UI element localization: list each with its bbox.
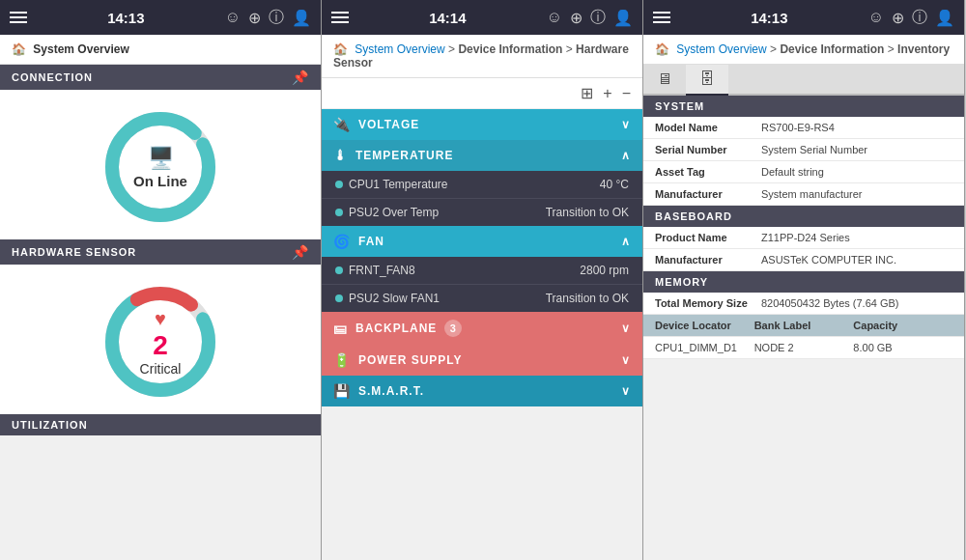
psu2-temp-name: PSU2 Over Temp [349, 206, 439, 219]
asset-tag-label: Asset Tag [655, 166, 761, 178]
breadcrumb-sep-2: > [566, 42, 576, 56]
breadcrumb-link-overview[interactable]: System Overview [355, 42, 444, 56]
memory-label: MEMORY [655, 276, 708, 288]
hamburger-icon[interactable] [10, 12, 27, 23]
temp-cpu1-left: CPU1 Temperature [335, 178, 448, 191]
sensor-toolbar: ⊞ + − [322, 78, 642, 109]
breadcrumb-text-2: System Overview > Device Information > H… [333, 42, 629, 70]
hardware-sensor-status-label: ♥ 2 Critical [140, 308, 182, 377]
info-icon-3[interactable]: ⓘ [912, 8, 927, 28]
system-label: SYSTEM [655, 100, 704, 112]
user-icon-3[interactable]: 👤 [935, 9, 954, 27]
model-name-value: RS700-E9-RS4 [761, 122, 835, 133]
home-icon-2: 🏠 [333, 42, 348, 56]
remove-icon[interactable]: − [622, 85, 631, 102]
manufacturer-value: System manufacturer [761, 188, 863, 200]
dot-frnt-fan [335, 266, 343, 274]
connection-label: CONNECTION [12, 71, 93, 83]
psu2-temp-value: Transition to OK [546, 206, 629, 219]
hamburger-menu[interactable] [10, 12, 27, 23]
monitor-icon: 🖥️ [148, 146, 174, 171]
panel1-content: CONNECTION 📌 🖥️ On Line HARDWARE SENSOR [0, 65, 321, 560]
baseboard-row-manufacturer: Manufacturer ASUSTeK COMPUTER INC. [643, 249, 964, 271]
breadcrumb-text-1: System Overview [33, 42, 128, 56]
topbar-time-1: 14:13 [107, 10, 144, 26]
frnt-fan-name: FRNT_FAN8 [349, 264, 415, 277]
backplane-label: BACKPLANE [355, 322, 437, 335]
power-supply-header[interactable]: 🔋 POWER SUPPLY ∨ [322, 345, 642, 376]
breadcrumb-device-info: Device Information [458, 42, 562, 56]
topbar-3: 14:13 ☺ ⊕ ⓘ 👤 [643, 0, 964, 35]
fan-chevron: ∧ [621, 235, 631, 248]
globe-icon-2[interactable]: ⊕ [570, 9, 582, 27]
hamburger-icon-2[interactable] [331, 12, 349, 23]
memory-table: Total Memory Size 8204050432 Bytes (7.64… [643, 293, 964, 359]
globe-icon-3[interactable]: ⊕ [892, 9, 904, 27]
panel-inventory: 14:13 ☺ ⊕ ⓘ 👤 🏠 System Overview > Device… [643, 0, 965, 560]
tab-storage[interactable]: 🗄 [686, 65, 728, 96]
temperature-header[interactable]: 🌡 TEMPERATURE ∧ [322, 140, 642, 171]
breadcrumb-link-overview-3[interactable]: System Overview [676, 42, 766, 56]
voltage-chevron: ∨ [621, 118, 631, 131]
connection-status-label: 🖥️ On Line [133, 146, 187, 189]
fan-header-left: 🌀 FAN [333, 234, 384, 249]
fan-frnt-left: FRNT_FAN8 [335, 264, 415, 277]
psu2-slow-name: PSU2 Slow FAN1 [349, 292, 440, 305]
user-icon[interactable]: 👤 [292, 9, 311, 27]
connection-donut-container: 🖥️ On Line [0, 90, 321, 239]
fan-row-frnt: FRNT_FAN8 2800 rpm [322, 257, 642, 285]
memory-table-header-row: Device Locator Bank Label Capacity [643, 315, 964, 337]
smiley-icon-2[interactable]: ☺ [547, 9, 562, 26]
power-supply-header-left: 🔋 POWER SUPPLY [333, 352, 463, 368]
utilization-label: UTILIZATION [12, 419, 88, 431]
asset-tag-value: Default string [761, 166, 824, 178]
smart-header[interactable]: 💾 S.M.A.R.T. ∨ [322, 376, 642, 406]
grid-icon[interactable]: ⊞ [581, 84, 593, 102]
breadcrumb-sep-4: > [888, 42, 897, 56]
user-icon-2[interactable]: 👤 [613, 9, 633, 27]
product-name-value: Z11PP-D24 Series [761, 232, 850, 243]
globe-icon[interactable]: ⊕ [248, 9, 261, 27]
topbar-actions-1: ☺ ⊕ ⓘ 👤 [225, 8, 311, 28]
voltage-section: 🔌 VOLTAGE ∨ [322, 109, 642, 140]
baseboard-label: BASEBOARD [655, 210, 732, 222]
memory-device-locator-0: CPU1_DIMM_D1 [655, 342, 754, 353]
memory-col-bank-label: Bank Label [754, 320, 854, 331]
backplane-badge: 3 [444, 320, 462, 337]
fan-psu2slow-left: PSU2 Slow FAN1 [335, 292, 440, 305]
voltage-icon: 🔌 [333, 117, 351, 132]
memory-section-header: MEMORY [643, 271, 964, 293]
hamburger-icon-3[interactable] [653, 12, 670, 23]
fan-body: FRNT_FAN8 2800 rpm PSU2 Slow FAN1 Transi… [322, 257, 642, 312]
temp-row-cpu1: CPU1 Temperature 40 °C [322, 171, 642, 199]
voltage-header[interactable]: 🔌 VOLTAGE ∨ [322, 109, 642, 140]
fan-label: FAN [358, 235, 384, 248]
connection-donut: 🖥️ On Line [98, 104, 223, 230]
serial-number-value: System Serial Number [761, 144, 867, 155]
total-memory-value: 8204050432 Bytes (7.64 GB) [761, 297, 898, 309]
voltage-header-left: 🔌 VOLTAGE [333, 117, 419, 132]
hamburger-menu-3[interactable] [653, 12, 670, 23]
info-icon[interactable]: ⓘ [269, 8, 284, 28]
smiley-icon[interactable]: ☺ [225, 9, 241, 26]
topbar-time-2: 14:14 [429, 10, 466, 26]
smiley-icon-3[interactable]: ☺ [868, 9, 884, 26]
system-row-asset: Asset Tag Default string [643, 161, 964, 183]
backplane-header[interactable]: 🖴 BACKPLANE 3 ∨ [322, 312, 642, 345]
breadcrumb-3: 🏠 System Overview > Device Information >… [643, 35, 964, 65]
inventory-tabs: 🖥 🗄 [643, 65, 964, 96]
temp-row-psu2: PSU2 Over Temp Transition to OK [322, 199, 642, 226]
add-icon[interactable]: + [603, 85, 611, 102]
fan-header[interactable]: 🌀 FAN ∧ [322, 226, 642, 257]
hamburger-menu-2[interactable] [331, 12, 349, 23]
breadcrumb-sep-1: > [448, 42, 458, 56]
system-row-serial: Serial Number System Serial Number [643, 139, 964, 161]
backplane-header-left: 🖴 BACKPLANE 3 [333, 320, 462, 337]
model-name-label: Model Name [655, 122, 761, 133]
breadcrumb-1: 🏠 System Overview [0, 35, 321, 65]
tab-server[interactable]: 🖥 [643, 65, 686, 96]
info-icon-2[interactable]: ⓘ [590, 8, 606, 28]
breadcrumb-inventory: Inventory [897, 42, 950, 56]
cpu1-temp-name: CPU1 Temperature [349, 178, 448, 191]
topbar-actions-2: ☺ ⊕ ⓘ 👤 [547, 8, 633, 28]
